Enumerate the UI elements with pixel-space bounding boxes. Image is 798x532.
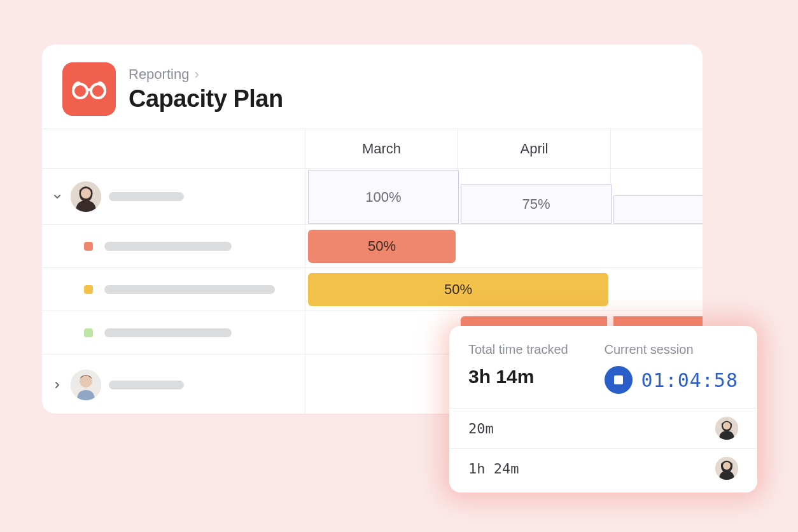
stop-icon — [614, 375, 623, 384]
avatar — [71, 370, 101, 400]
corner-cell — [42, 129, 305, 169]
breadcrumb[interactable]: Reporting › — [129, 66, 283, 83]
task-color-dot — [84, 285, 93, 294]
glasses-icon — [72, 78, 106, 100]
svg-point-12 — [723, 462, 731, 470]
chevron-right-icon: › — [194, 66, 199, 83]
total-tracked-label: Total time tracked — [468, 342, 568, 357]
alloc-cell: 50% — [305, 268, 703, 311]
chevron-right-icon[interactable] — [52, 379, 63, 391]
allocation-bar[interactable]: 50% — [308, 230, 456, 263]
alloc-cell: 50% — [305, 225, 703, 268]
session-timer: 01:04:58 — [641, 369, 739, 391]
total-tracked-value: 3h 14m — [468, 366, 568, 388]
task-row[interactable] — [42, 311, 305, 354]
current-session-block: Current session 01:04:58 — [605, 342, 739, 394]
current-session-label: Current session — [605, 342, 739, 357]
task-row[interactable] — [42, 225, 305, 268]
page-title: Capacity Plan — [129, 85, 283, 113]
placeholder-text — [104, 242, 232, 251]
breadcrumb-parent[interactable]: Reporting — [129, 66, 189, 83]
placeholder-text — [109, 192, 184, 201]
placeholder-text — [104, 328, 232, 337]
allocation-bar[interactable]: 50% — [308, 273, 608, 306]
task-color-dot — [84, 328, 93, 337]
avatar — [715, 457, 738, 480]
person-row[interactable] — [42, 354, 305, 414]
tracker-entries: 20m 1h 24m — [449, 408, 757, 488]
total-tracked-block: Total time tracked 3h 14m — [468, 342, 568, 394]
avatar — [715, 417, 738, 440]
tracker-entry[interactable]: 1h 24m — [449, 449, 757, 488]
task-row[interactable] — [42, 268, 305, 311]
capacity-march: 100% — [305, 169, 458, 225]
svg-point-4 — [81, 188, 91, 199]
capacity-may: 50% — [611, 169, 703, 225]
header: Reporting › Capacity Plan — [42, 45, 703, 129]
capacity-april: 75% — [458, 169, 611, 225]
svg-point-9 — [723, 422, 731, 430]
app-icon — [62, 62, 116, 116]
col-may: May — [611, 129, 703, 169]
col-march: March — [305, 129, 458, 169]
task-color-dot — [84, 242, 93, 251]
tracker-entry[interactable]: 20m — [449, 409, 757, 449]
placeholder-text — [109, 381, 184, 389]
entry-duration: 20m — [468, 421, 494, 437]
avatar — [71, 181, 101, 212]
col-april: April — [458, 129, 611, 169]
person-row[interactable] — [42, 169, 305, 225]
placeholder-text — [104, 285, 275, 294]
entry-duration: 1h 24m — [468, 461, 519, 477]
chevron-down-icon[interactable] — [52, 191, 63, 202]
time-tracker-panel: Total time tracked 3h 14m Current sessio… — [449, 326, 757, 493]
stop-button[interactable] — [605, 366, 633, 394]
